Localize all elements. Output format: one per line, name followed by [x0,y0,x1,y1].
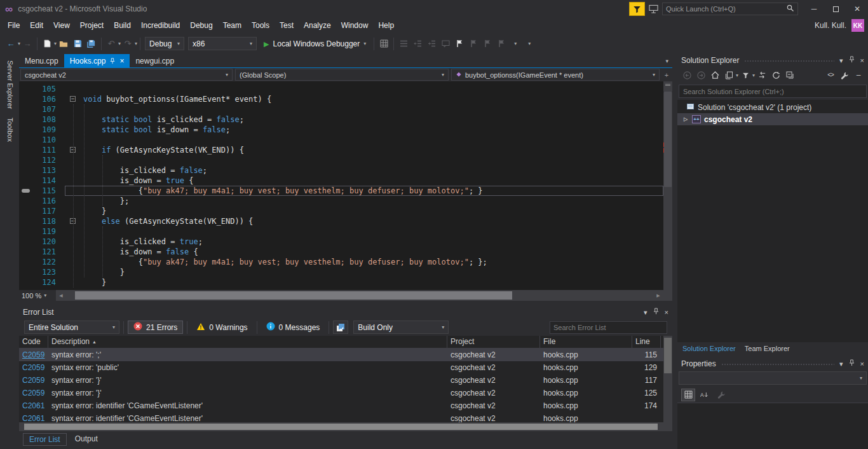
code-line[interactable]: 105 [19,84,663,94]
user-avatar[interactable]: KK [851,19,864,32]
previous-bookmark-icon[interactable] [466,37,480,51]
scrollbar-thumb[interactable] [664,338,672,373]
splitter-grip[interactable]: + [662,69,671,81]
column-header-line[interactable]: Line [632,336,661,348]
tree-item-solution[interactable]: Solution 'csgocheat v2' (1 project) [677,101,868,113]
platform-combo[interactable]: x86▾ [188,37,257,50]
column-header-file[interactable]: File [540,336,632,348]
menu-analyze[interactable]: Analyze [299,18,336,33]
tab-list-chevron-icon[interactable]: ▾ [665,58,672,64]
side-tab-server-explorer[interactable]: Server Explorer [5,60,14,109]
forward-icon[interactable] [694,69,708,81]
scroll-right-icon[interactable]: ▶ [653,290,663,301]
code-line[interactable]: 106−void buybot_optionss(IGameEvent* eve… [19,94,663,104]
clear-bookmarks-icon[interactable] [494,37,508,51]
zoom-dropdown[interactable]: 100 % ▾ [19,290,56,301]
close-icon[interactable]: × [860,57,864,64]
collapse-all-icon[interactable] [783,69,797,81]
code-line[interactable]: 107 [19,104,663,114]
view-code-icon[interactable]: <> [824,69,837,81]
menu-view[interactable]: View [48,18,75,33]
error-row[interactable]: C2061syntax error: identifier 'CGameEven… [19,399,663,412]
scrollbar-track[interactable] [66,290,653,301]
menu-tools[interactable]: Tools [247,18,275,33]
menu-build[interactable]: Build [109,18,136,33]
code-line[interactable]: 115 {"buy ak47; buy m4a1; buy vest; buy … [19,186,663,196]
code-line[interactable]: 108 static bool is_clicked = false; [19,114,663,125]
expand-chevron-icon[interactable]: ▷ [682,116,689,122]
property-pages-icon[interactable] [714,389,728,401]
fold-collapse-icon[interactable]: − [70,96,76,102]
code-line[interactable]: 120 is_clicked = true; [19,237,663,247]
alphabetical-icon[interactable]: A [698,389,712,401]
menu-test[interactable]: Test [275,18,299,33]
scrollbar-thumb[interactable] [75,291,512,300]
minimize-button[interactable]: ─ [803,0,825,18]
quick-launch-input[interactable]: Quick Launch (Ctrl+Q) [662,3,798,15]
pin-icon[interactable] [653,308,660,317]
menu-team[interactable]: Team [218,18,247,33]
column-header-project[interactable]: Project [447,336,540,348]
error-row[interactable]: C2059syntax error: '}'csgocheat v2hooks.… [19,374,663,387]
window-position-icon[interactable]: ▾ [839,361,843,368]
toolbar-options-icon-2[interactable]: ▾ [522,37,536,51]
code-line[interactable]: 111− if (GetAsyncKeyState(VK_END)) { [19,145,663,155]
messages-filter-button[interactable]: 0 Messages [261,321,325,334]
close-icon[interactable]: × [119,57,124,66]
error-code[interactable]: C2059 [19,387,48,399]
warnings-filter-button[interactable]: 0 Warnings [191,321,252,334]
tab-hooks.cpp[interactable]: Hooks.cpp× [64,54,130,67]
tree-item-project[interactable]: ▷++csgocheat v2 [677,113,868,125]
error-row[interactable]: C2059syntax error: 'public'csgocheat v2h… [19,361,663,374]
error-list-horizontal-scrollbar[interactable] [19,422,672,431]
indent-icon[interactable] [424,37,438,51]
close-button[interactable]: ✕ [846,0,868,18]
code-line[interactable]: 121 is_down = false { [19,247,663,257]
save-all-icon[interactable] [85,37,98,51]
user-menu[interactable]: Kull. Kull. [815,21,846,30]
feedback-monitor-icon[interactable] [649,4,658,13]
pin-icon[interactable] [848,359,855,368]
tab-menu.cpp[interactable]: Menu.cpp [19,54,64,67]
solution-explorer-search-input[interactable]: Search Solution Explorer (Ctrl+;) ▾ [679,85,867,98]
menu-edit[interactable]: Edit [25,18,48,33]
categorized-icon[interactable] [681,389,695,401]
home-icon[interactable] [708,69,722,81]
maximize-button[interactable] [825,0,846,18]
close-icon[interactable]: × [665,309,668,316]
comment-icon[interactable] [438,37,452,51]
code-line[interactable]: 113 is_clicked = false; [19,165,663,176]
side-tab-toolbox[interactable]: Toolbox [5,118,14,142]
menu-window[interactable]: Window [336,18,374,33]
code-line[interactable]: 114 is_down = true { [19,176,663,186]
scrollbar-thumb[interactable] [664,92,672,187]
close-icon[interactable]: × [860,361,864,368]
properties-pages-icon[interactable] [722,69,736,81]
errors-filter-button[interactable]: 21 Errors [128,321,183,334]
panel-tab-solution-explorer[interactable]: Solution Explorer [682,345,736,352]
bottom-tab-output[interactable]: Output [69,433,104,445]
navigate-back-icon[interactable]: ← [4,37,18,51]
menu-help[interactable]: Help [373,18,399,33]
column-header-description[interactable]: Description▲ [48,336,447,348]
back-icon[interactable] [680,69,694,81]
unindent-icon[interactable] [410,37,424,51]
error-list-vertical-scrollbar[interactable] [663,336,672,422]
code-line[interactable]: 124 } [19,277,663,287]
menu-incredibuild[interactable]: Incredibuild [136,18,185,33]
intellisense-filter-button[interactable] [333,321,348,334]
error-code[interactable]: C2061 [19,399,48,412]
properties-object-dropdown[interactable]: ▾ [679,371,867,385]
member-list-icon[interactable] [397,37,410,51]
code-line[interactable]: 116 }; [19,196,663,206]
filter-button[interactable] [629,2,645,16]
code-line[interactable]: 118− else (GetAsyncKeyState(VK_END)) { [19,216,663,226]
column-header-code[interactable]: Code [19,336,48,348]
window-position-icon[interactable]: ▾ [839,57,843,64]
code-area[interactable]: 105106−void buybot_optionss(IGameEvent* … [19,81,663,290]
tab-newgui.cpp[interactable]: newgui.cpp [130,54,180,67]
menu-file[interactable]: File [3,18,25,33]
new-file-icon[interactable] [40,37,54,51]
code-editor[interactable]: 105106−void buybot_optionss(IGameEvent* … [19,81,672,290]
error-code[interactable]: C2061 [19,412,48,422]
